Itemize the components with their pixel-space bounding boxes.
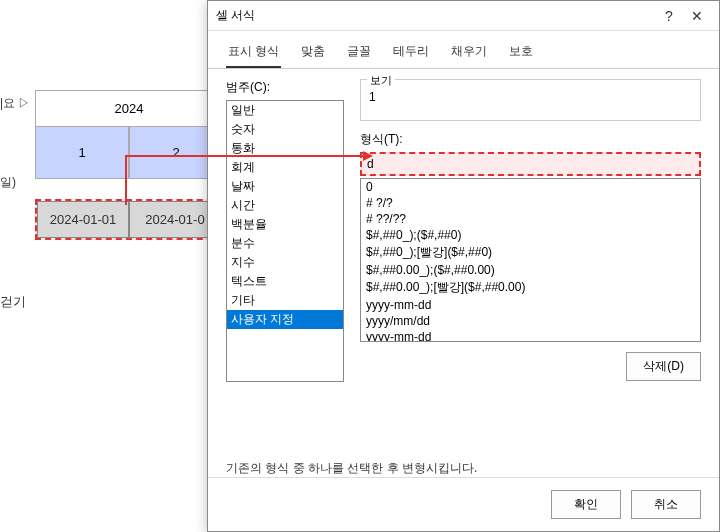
format-item[interactable]: yyyy-mm-dd (361, 297, 700, 313)
close-button[interactable]: ✕ (683, 8, 711, 24)
format-listbox[interactable]: 0# ?/?# ??/??$#,##0_);($#,##0)$#,##0_);[… (360, 178, 701, 342)
dialog-titlebar: 셀 서식 ? ✕ (208, 1, 719, 31)
category-item[interactable]: 숫자 (227, 120, 343, 139)
sample-label: 보기 (367, 73, 395, 88)
category-label: 범주(C): (226, 79, 344, 96)
tab-number-format[interactable]: 표시 형식 (226, 39, 281, 68)
category-item[interactable]: 백분율 (227, 215, 343, 234)
format-column: 보기 1 형식(T): 0# ?/?# ??/??$#,##0_);($#,##… (360, 79, 701, 450)
delete-row: 삭제(D) (360, 352, 701, 381)
row-label-mid: 일) (0, 174, 16, 191)
delete-button[interactable]: 삭제(D) (626, 352, 701, 381)
category-listbox[interactable]: 일반숫자통화회계날짜시간백분율분수지수텍스트기타사용자 지정 (226, 100, 344, 382)
format-item[interactable]: 0 (361, 179, 700, 195)
row-label-top: |요 ▷ (0, 95, 30, 112)
year-header-cell[interactable]: 2024 (35, 90, 223, 127)
ok-button[interactable]: 확인 (551, 490, 621, 519)
category-column: 범주(C): 일반숫자통화회계날짜시간백분율분수지수텍스트기타사용자 지정 (226, 79, 344, 450)
annotation-arrow (125, 155, 365, 157)
category-item[interactable]: 일반 (227, 101, 343, 120)
month-cell-1[interactable]: 1 (35, 126, 129, 179)
tab-alignment[interactable]: 맞춤 (299, 39, 327, 68)
category-item[interactable]: 분수 (227, 234, 343, 253)
dialog-footer: 확인 취소 (208, 477, 719, 531)
dialog-tabs: 표시 형식 맞춤 글꼴 테두리 채우기 보호 (208, 31, 719, 69)
tab-fill[interactable]: 채우기 (449, 39, 489, 68)
format-item[interactable]: yyyy-mm-dd (361, 329, 700, 342)
dialog-body: 범주(C): 일반숫자통화회계날짜시간백분율분수지수텍스트기타사용자 지정 보기… (208, 69, 719, 460)
date-row-highlight: 2024-01-01 2024-01-0 (35, 199, 223, 240)
category-item[interactable]: 날짜 (227, 177, 343, 196)
dialog-title: 셀 서식 (216, 7, 655, 24)
sample-box: 보기 1 (360, 79, 701, 121)
format-item[interactable]: # ?/? (361, 195, 700, 211)
date-cell-1[interactable]: 2024-01-01 (37, 201, 129, 238)
month-row: 1 2 (35, 126, 223, 179)
category-item[interactable]: 기타 (227, 291, 343, 310)
category-item[interactable]: 사용자 지정 (227, 310, 343, 329)
category-item[interactable]: 텍스트 (227, 272, 343, 291)
cancel-button[interactable]: 취소 (631, 490, 701, 519)
format-item[interactable]: # ??/?? (361, 211, 700, 227)
format-item[interactable]: $#,##0.00_);($#,##0.00) (361, 262, 700, 278)
format-item[interactable]: $#,##0.00_);[빨강]($#,##0.00) (361, 278, 700, 297)
category-item[interactable]: 회계 (227, 158, 343, 177)
format-item[interactable]: $#,##0_);($#,##0) (361, 227, 700, 243)
type-label: 형식(T): (360, 131, 701, 148)
hint-text: 기존의 형식 중 하나를 선택한 후 변형시킵니다. (208, 460, 719, 477)
annotation-arrow-vertical (125, 155, 127, 205)
category-item[interactable]: 시간 (227, 196, 343, 215)
format-item[interactable]: $#,##0_);[빨강]($#,##0) (361, 243, 700, 262)
cell-format-dialog: 셀 서식 ? ✕ 표시 형식 맞춤 글꼴 테두리 채우기 보호 범주(C): 일… (207, 0, 720, 532)
tab-border[interactable]: 테두리 (391, 39, 431, 68)
category-item[interactable]: 지수 (227, 253, 343, 272)
help-button[interactable]: ? (655, 8, 683, 24)
type-input[interactable] (360, 152, 701, 176)
sample-value: 1 (369, 86, 692, 104)
format-item[interactable]: yyyy/mm/dd (361, 313, 700, 329)
tab-protection[interactable]: 보호 (507, 39, 535, 68)
tab-font[interactable]: 글꼴 (345, 39, 373, 68)
lower-left-text: 걷기 (0, 293, 26, 311)
